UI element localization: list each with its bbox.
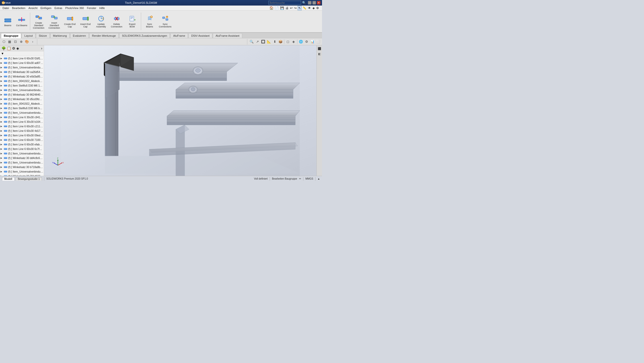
tree-item[interactable]: ▶ (f) [ Item Line 6 60x30 efab31d — [0, 142, 44, 147]
tree-item[interactable]: ▶ (f) [ Item Stellfuß D30 M6 12e7 — [0, 83, 44, 88]
tree-item[interactable]: ▶ (f) [ Winkelsatz 30 b718a8be-ef — [0, 165, 44, 169]
dimension-icon[interactable]: 📐 — [266, 39, 272, 45]
maximize-button[interactable]: □ — [312, 1, 316, 5]
tree-item[interactable]: ▶ (f) [ Winkelsatz 30 791d037d-9C — [0, 174, 44, 176]
tab-evaluieren[interactable]: Evaluieren — [70, 33, 89, 38]
rotate-icon[interactable]: ↗ — [255, 39, 260, 45]
toolbar-delete-connection-button[interactable]: Delete Connection — [109, 14, 124, 29]
view-mode-icon3[interactable]: ⊡ — [13, 39, 18, 45]
tree-item[interactable]: ▶ (f) [ Item Line 6 60x30 ad07d7f5 — [0, 61, 44, 65]
tree-item[interactable]: ▶ (f) [ Item_Universalverbindung — [0, 88, 44, 92]
tree-item[interactable]: ▶ (f) [ Item_Universalverbindung — [0, 151, 44, 156]
tree-item[interactable]: ▶ (f) [ Winkelsatz 30 dd4c8c6e-0f — [0, 156, 44, 160]
section-icon[interactable]: 🔲 — [260, 39, 266, 45]
tree-item[interactable]: ▶ (f) [ Item Line 6 60x30 4d17e3e- — [0, 129, 44, 133]
menu-ansicht[interactable]: Ansicht — [27, 6, 39, 10]
view-color[interactable]: 🎨 — [24, 39, 30, 45]
view-mode-icon1[interactable]: ⬡ — [1, 39, 7, 45]
zoom-icon[interactable]: 🔍 — [249, 39, 254, 45]
select-icon[interactable]: ↖ — [298, 6, 302, 11]
tree-item[interactable]: ▶ (f) [ Item Line 6 60x30 6c7f4ee4 — [0, 147, 44, 151]
tab-dstv[interactable]: DStV Assistant — [188, 33, 212, 38]
toolbar-update-assembly-button[interactable]: Update Assembly — [94, 14, 109, 29]
tab-render[interactable]: Render-Werkzeuge — [89, 33, 119, 38]
chart-icon[interactable]: 📊 — [310, 39, 315, 45]
render-icon[interactable]: ◈ — [312, 6, 315, 10]
tab-modell[interactable]: Modell — [2, 177, 15, 181]
chevron-right-sidebar[interactable]: › — [41, 46, 42, 50]
down-icon[interactable]: ⬇ — [272, 39, 277, 45]
tree-item[interactable]: ▶ (f) [ item_0041922_Abdeckkappe — [0, 101, 44, 106]
minimize-button[interactable]: ─ — [308, 1, 311, 5]
search-input[interactable] — [268, 1, 301, 5]
toolbar-sync-connections-button[interactable]: Sync Connections — [158, 14, 173, 29]
menu-photoview[interactable]: PhotoView 360 — [64, 6, 86, 10]
tree-item[interactable]: ▶ (f) [ Winkelsatz 30 ca26d54d-ff — [0, 70, 44, 74]
tree-item[interactable]: ▶ (f) [ Winkelsatz 30 d5cd3fdc-0c — [0, 97, 44, 101]
view-orientation[interactable]: ⊕ — [18, 39, 24, 45]
print-icon[interactable]: 🖨 — [285, 6, 289, 10]
tree-item[interactable]: ▶ (f) [ Item Line 6 60x30 71005a0 — [0, 138, 44, 142]
tree-item[interactable]: ▶ (f) [ Item_Universalverbindung — [0, 169, 44, 174]
filter-icon[interactable]: ▼ — [1, 52, 4, 55]
config-icon[interactable]: ⚙ — [12, 46, 15, 50]
scene-icon[interactable]: 🌐 — [298, 39, 304, 45]
toolbar-sync-beams-button[interactable]: Sync Beams — [142, 14, 157, 29]
tab-aluframe[interactable]: AluFrame — [170, 33, 188, 38]
toolbar-create-endcap-button[interactable]: + Create End Cap — [62, 14, 77, 29]
view-mode-icon2[interactable]: ▦ — [7, 39, 12, 45]
display-icon[interactable]: ◻ — [285, 39, 291, 45]
tree-item[interactable]: ▶ (f) [ Item Line 6 30x30 b1643bc — [0, 119, 44, 124]
undo-icon[interactable]: ↩ — [290, 6, 293, 10]
tree-item[interactable]: ▶ (f) [ Item Stellfuß D30 M6 b7f0 — [0, 106, 44, 110]
toolbar-cut-beams-button[interactable]: Cut Beams — [15, 15, 29, 28]
chevron-right-icon[interactable]: › — [30, 39, 35, 45]
lights-icon[interactable]: ◈ — [291, 39, 296, 45]
box-icon[interactable]: 📦 — [278, 39, 283, 45]
tree-item[interactable]: ▶ (f) [ Winkelsatz 30 86248409-d7 — [0, 92, 44, 97]
tree-item[interactable]: ▶ (f) [ Item Line 6 60x30 c211266 — [0, 124, 44, 129]
tab-skizze[interactable]: Skizze — [36, 33, 50, 38]
properties-icon[interactable]: 📋 — [7, 46, 11, 50]
feature-tree-icon[interactable]: 🌳 — [2, 46, 6, 50]
tree-item[interactable]: ▶ (f) [ item_0041922_Abdeckkappe — [0, 79, 44, 83]
menu-bearbeiten[interactable]: Bearbeiten — [11, 6, 27, 10]
tab-bewegungsstudie[interactable]: Bewegungsstudie 1 — [16, 177, 42, 181]
3d-viewport[interactable]: X Y Z — [44, 45, 316, 176]
home-icon[interactable]: 🏠 — [269, 6, 274, 10]
tree-item[interactable]: ▶ (f) [ Item Line 6 60x30 09ed918 — [0, 133, 44, 138]
tree-item[interactable]: ▶ (f) [ Item Line 6 30x30 c941fa7c — [0, 115, 44, 119]
expand-status-icon[interactable]: ▲ — [317, 177, 320, 180]
tab-aluframe-assistant[interactable]: AluFrame Assistant — [213, 33, 242, 38]
tree-item[interactable]: ▶ (f) [ Item Line 6 60x30 f2df1b79 — [0, 56, 44, 61]
toolbar-insert-standard-button[interactable]: ↓ Insert Standard Connection — [47, 12, 62, 30]
redo-icon[interactable]: ↪ — [294, 6, 297, 10]
view-icon[interactable]: 👁 — [307, 6, 311, 10]
tree-item[interactable]: ▶ (f) [ Item_Universalverbindung — [0, 110, 44, 115]
new-icon[interactable]: 📄 — [274, 6, 279, 10]
toolbar-create-standard-button[interactable]: + Create Standard Connection — [31, 12, 46, 30]
toolbar-beams-button[interactable]: Beams — [2, 15, 14, 28]
toolbar-export-bom-button[interactable]: Export BOM — [125, 14, 140, 29]
tree-item[interactable]: ▶ (f) [ Item_Universalverbindung — [0, 160, 44, 165]
tab-baugruppe[interactable]: Baugruppe — [1, 33, 21, 38]
menu-extras[interactable]: Extras — [53, 6, 64, 10]
tab-layout[interactable]: Layout — [22, 33, 35, 38]
save-icon[interactable]: 💾 — [280, 6, 285, 10]
measure-icon[interactable]: 📏 — [302, 6, 307, 10]
tab-solidworks-add[interactable]: SOLIDWORKS Zusatzanwendungen — [119, 33, 170, 38]
tab-markierung[interactable]: Markierung — [50, 33, 70, 38]
toolbar-insert-endcap-button[interactable]: ↓ Insert End Cap — [78, 14, 93, 29]
settings-icon[interactable]: ⚙ — [316, 6, 319, 10]
menu-datei[interactable]: Datei — [1, 6, 11, 10]
tree-item[interactable]: ▶ (f) [ Winkelsatz 30 e0d3a854-f0 — [0, 74, 44, 79]
menu-einfuegen[interactable]: Einfügen — [39, 6, 53, 10]
menu-fenster[interactable]: Fenster — [85, 6, 98, 10]
display-states-icon[interactable]: ◈ — [16, 46, 19, 50]
tools-icon[interactable]: ⚙ — [304, 39, 309, 45]
tree-item[interactable]: ▶ (f) [ Item_Universalverbindung — [0, 65, 44, 70]
close-button[interactable]: ✕ — [317, 1, 320, 5]
rp-btn-1[interactable]: ⬛ — [317, 46, 322, 51]
rp-btn-2[interactable]: ◧ — [317, 52, 322, 56]
menu-hilfe[interactable]: Hilfe — [98, 6, 106, 10]
